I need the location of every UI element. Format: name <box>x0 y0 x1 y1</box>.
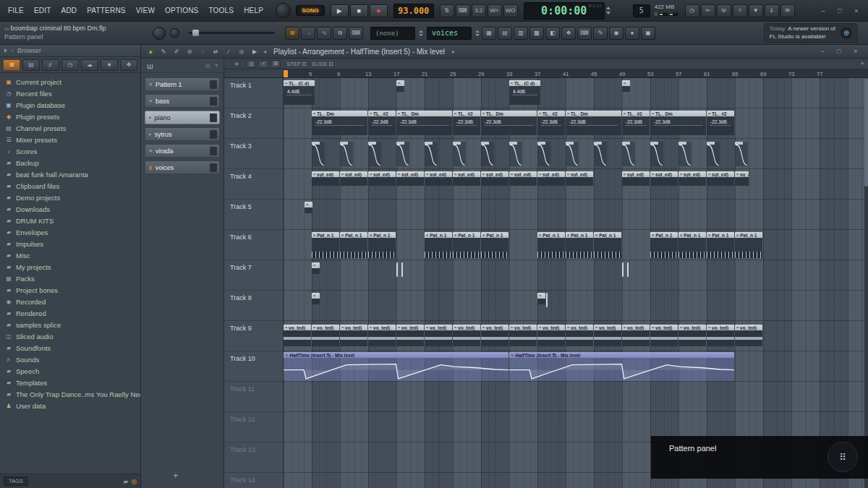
track-name[interactable]: Track 9 <box>224 321 283 351</box>
clip-pattern[interactable]: ≡Pat_n 1 <box>312 232 339 258</box>
clip-selected-automation[interactable]: ∿HalfTime (Insert 5) - Mix level <box>509 352 734 381</box>
clip-pattern[interactable]: ≡Pat_n 1 <box>453 232 480 258</box>
tempo-display[interactable]: 93.000 <box>393 4 434 18</box>
mute-tool-icon[interactable]: ◌ <box>197 46 208 56</box>
clip-audio-wave[interactable]: ≈vo_ted) <box>396 325 424 346</box>
favorites-icon[interactable]: ★ <box>101 59 118 71</box>
clip-audio-wave[interactable]: ≈vo_ted) <box>481 325 509 346</box>
clip-audio-automation[interactable]: ≈TL_ Dm-22.3dB <box>312 111 367 135</box>
time-panel-icon[interactable]: ◷ <box>685 4 699 17</box>
browser-item[interactable]: ▰beat funk hall Amaranta <box>5 168 140 180</box>
pattern-prev-next-arrows[interactable] <box>419 30 423 36</box>
maximize-button[interactable]: □ <box>833 4 847 17</box>
menu-item-view[interactable]: VIEW <box>131 0 160 22</box>
export-icon[interactable]: ⇓ <box>765 4 779 17</box>
browser-item[interactable]: ▰Demo projects <box>5 192 140 203</box>
menu-item-add[interactable]: ADD <box>56 0 82 22</box>
hint-bubble-icon[interactable]: ✉ <box>780 4 795 17</box>
tempo-tap-icon[interactable]: ◉ <box>609 27 624 40</box>
clip-audio-automation[interactable]: ≈TL_ Dm-22.3dB <box>650 111 706 135</box>
picker-menu-icon[interactable]: ▾ <box>215 62 218 69</box>
grid-dots-button[interactable]: ⠿ <box>827 442 858 472</box>
clip-pattern[interactable]: ≡Pat_n 1 <box>650 232 678 258</box>
track-name[interactable]: Track 8 <box>224 291 283 321</box>
clip-audio[interactable]: ≈syt_ed) <box>509 171 537 186</box>
maximize-button[interactable]: □ <box>832 45 846 58</box>
picker-header[interactable]: ш ▤ ▾ <box>141 59 224 73</box>
browser-item[interactable]: ♪Scores <box>5 145 140 157</box>
close-button[interactable]: × <box>848 45 863 58</box>
play-button[interactable]: ▶ <box>331 4 349 17</box>
clip-pattern[interactable]: ≡Pat_n 1 <box>340 232 367 258</box>
clip-audio-wave[interactable]: ≈vo_ted) <box>735 325 762 346</box>
browser-item[interactable]: ◫Sliced audio <box>5 330 140 342</box>
cut-icon[interactable]: ✂ <box>701 4 715 17</box>
clip-audio-wave[interactable]: ≈vo_ted) <box>566 325 593 346</box>
clip-mini[interactable]: ≈ <box>622 80 630 92</box>
countdown-icon[interactable]: 3.2 <box>472 4 486 17</box>
browser-item[interactable]: ♟User data <box>5 400 140 411</box>
zoom-tool-icon[interactable]: ◎ <box>236 46 247 56</box>
clip-mini[interactable]: ≈ <box>396 80 404 92</box>
clip-audio-wave[interactable]: ≈vo_ted) <box>284 325 311 346</box>
clip-audio-automation[interactable]: ≈TL_ #2-22.3dB <box>368 111 396 135</box>
clip-automation-ramp[interactable] <box>566 142 579 166</box>
clip-pattern[interactable]: ≡Pat_n 1 <box>368 232 396 258</box>
menu-item-tools[interactable]: TOOLS <box>203 0 239 22</box>
browser-item[interactable]: ▰Impulses <box>5 238 140 249</box>
browser-item[interactable]: ▰Project bones <box>5 284 140 296</box>
one-click-record-icon[interactable]: ● <box>625 27 639 40</box>
pattern-mode-icon[interactable]: ⊞ <box>285 27 299 40</box>
browser-header[interactable]: ↑ Browser <box>0 45 140 57</box>
piano-roll-toggle-icon[interactable]: ▤ <box>498 27 512 40</box>
browser-item[interactable]: ▰Speech <box>5 365 140 377</box>
main-volume-knob[interactable] <box>153 27 166 40</box>
snap-grid-icon[interactable]: ⊞ <box>271 60 281 68</box>
playback-tool-icon[interactable]: ▶ <box>249 46 260 56</box>
browser-item[interactable]: ▣Plugin database <box>5 99 140 111</box>
picker-item-voices[interactable]: ▮voices <box>145 160 220 174</box>
clip-automation-ramp[interactable] <box>396 142 409 166</box>
close-button[interactable]: × <box>849 4 864 17</box>
clip-pattern[interactable]: ≡Pat_n 1 <box>707 232 734 258</box>
browser-item[interactable]: ▰My projects <box>5 261 140 273</box>
browser-toggle-icon[interactable]: ◧ <box>545 27 560 40</box>
browser-item[interactable]: ♬Sounds <box>5 354 140 365</box>
clip-audio-wave[interactable]: ≈vo_ted) <box>537 325 565 346</box>
detach-led-icon[interactable]: ● <box>145 46 156 56</box>
clip-audio-automation[interactable]: ≈TL_ #2-22.3dB <box>622 111 650 135</box>
clip-automation-ramp[interactable] <box>368 142 381 166</box>
track-name[interactable]: Track 5 <box>224 200 283 230</box>
clip-automation-ramp[interactable] <box>425 142 438 166</box>
stop-button[interactable]: ■ <box>350 4 368 17</box>
minimize-button[interactable]: – <box>816 4 830 17</box>
clip-mini[interactable]: ≈ <box>312 293 320 304</box>
clip-audio[interactable]: ≈syt_ed) <box>537 171 565 186</box>
blend-notes-icon[interactable]: W+ <box>488 4 502 17</box>
clip-audio-wave[interactable]: ≈vo_ted) <box>453 325 480 346</box>
clip-automation-ramp[interactable] <box>340 142 353 166</box>
pattern-selector[interactable]: voices <box>427 27 472 40</box>
add-track-button[interactable]: + <box>234 59 239 68</box>
menu-item-edit[interactable]: EDIT <box>29 0 56 22</box>
browser-item[interactable]: ▦Packs <box>5 273 140 284</box>
channel-rack-toggle-icon[interactable]: ▥ <box>514 27 528 40</box>
clip-audio[interactable]: ≈syt_ed) <box>425 171 452 186</box>
track-name[interactable]: Track 13 <box>224 442 283 473</box>
browser-item[interactable]: ▰Envelopes <box>5 226 140 238</box>
clip-pattern[interactable]: ≡Pat_n 1 <box>425 232 452 258</box>
picker-item-sytrus[interactable]: •sytrus <box>145 127 220 141</box>
clip-marker[interactable] <box>401 262 403 277</box>
sounds-filter-icon[interactable]: ♬ <box>42 59 59 71</box>
playlist-grid[interactable]: ≈TL_ (C d)4.4dB≈≈TL_ (C d)4.4dB≈≈TL_ Dm-… <box>284 78 868 488</box>
clip-audio[interactable]: ≈syt_ed) <box>396 171 424 186</box>
search-icon[interactable]: ◎ <box>131 478 137 485</box>
track-name[interactable]: Track 14 <box>224 473 283 488</box>
paint-tool-icon[interactable]: ✐ <box>171 46 182 56</box>
menu-item-patterns[interactable]: PATTERNS <box>82 0 130 22</box>
browser-item[interactable]: ▰The Only Trap Dance..ms You Raelly Need <box>5 388 140 400</box>
browser-item[interactable]: ▤Channel presets <box>5 122 140 134</box>
browser-item[interactable]: ▰Rendered <box>5 307 140 319</box>
pattern-selector-arrows[interactable] <box>475 30 480 36</box>
delete-tool-icon[interactable]: ⊘ <box>184 46 195 56</box>
